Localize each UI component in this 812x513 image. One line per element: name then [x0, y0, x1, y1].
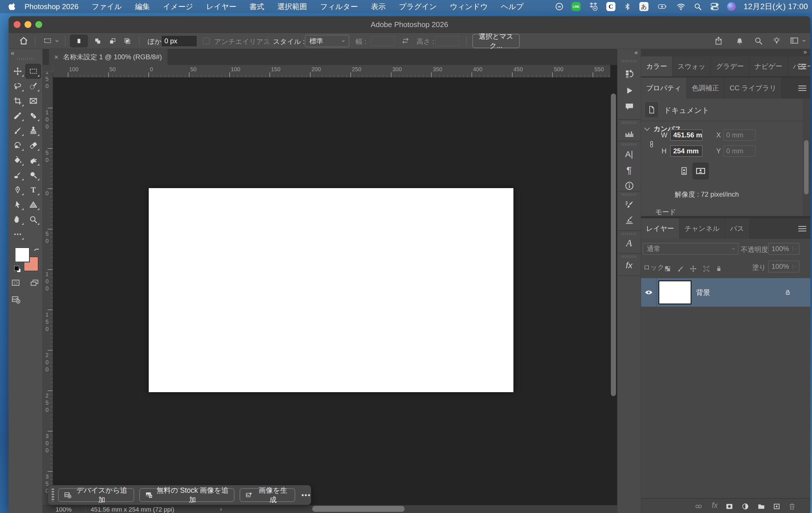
apple-menu-icon[interactable]: [8, 2, 17, 11]
swap-colors-icon[interactable]: [33, 247, 40, 254]
actions-play-icon[interactable]: [624, 86, 635, 96]
eraser-tool[interactable]: [25, 138, 41, 153]
smudge-tool[interactable]: [25, 153, 41, 168]
canvas-width-input[interactable]: 451.56 mm: [670, 130, 703, 141]
share-icon[interactable]: [714, 36, 723, 45]
new-layer-icon[interactable]: [773, 503, 781, 510]
search-icon[interactable]: [754, 36, 763, 45]
eyedropper-tool[interactable]: [10, 108, 25, 123]
tool-preset-chevron-icon[interactable]: [54, 38, 60, 44]
spot-healing-brush-tool[interactable]: [25, 108, 41, 123]
adjustment-layer-icon[interactable]: [741, 503, 749, 510]
tools-drag-handle[interactable]: [17, 58, 34, 60]
zoom-level-input[interactable]: 100%: [56, 506, 71, 513]
foreground-color-swatch[interactable]: [15, 247, 30, 262]
panel-tab[interactable]: グラデー: [711, 56, 749, 76]
panel-tab[interactable]: 色調補正: [687, 78, 725, 98]
status-chevron-icon[interactable]: ›: [220, 506, 222, 513]
canvas-section-chevron-icon[interactable]: [644, 125, 650, 131]
crop-tool[interactable]: [10, 93, 25, 108]
document-canvas[interactable]: [149, 188, 514, 392]
menu-clock[interactable]: 12月2日(火) 17:00: [744, 1, 808, 12]
quick-selection-tool[interactable]: [25, 79, 41, 93]
discover-icon[interactable]: [772, 36, 781, 45]
panel-menu-icon[interactable]: [798, 226, 806, 232]
lock-all-icon[interactable]: [715, 265, 723, 273]
menu-item[interactable]: イメージ: [163, 2, 193, 12]
menu-item[interactable]: ファイル: [91, 2, 122, 12]
link-layers-icon[interactable]: [695, 503, 703, 510]
menu-item[interactable]: 編集: [135, 2, 150, 12]
window-title-bar[interactable]: Adobe Photoshop 2026: [8, 16, 810, 33]
panel-tab[interactable]: ナビゲー: [749, 56, 788, 76]
paint-bucket-tool[interactable]: [10, 153, 25, 168]
brush-settings-icon[interactable]: [624, 200, 635, 210]
add-image-icon[interactable]: [11, 295, 21, 304]
canvas-height-input[interactable]: 254 mm: [670, 145, 703, 157]
panel-tab[interactable]: スウォッ: [672, 56, 711, 76]
screen-mode-icon[interactable]: [30, 278, 39, 287]
histogram-icon[interactable]: [624, 128, 635, 138]
dropbox-icon[interactable]: [589, 2, 598, 11]
panel-tab[interactable]: CC ライブラリ: [725, 78, 782, 98]
bluetooth-icon[interactable]: [624, 3, 631, 10]
collapse-tools-icon[interactable]: «: [11, 50, 14, 57]
workspace-icon[interactable]: [790, 36, 799, 45]
document-tab[interactable]: × 名称未設定 1 @ 100% (RGB/8#): [49, 49, 168, 65]
task-bar-drag-handle[interactable]: [52, 488, 54, 502]
lock-transparency-icon[interactable]: [664, 265, 671, 273]
japanese-input-icon[interactable]: あ: [639, 2, 648, 11]
add-layer-mask-icon[interactable]: [725, 503, 733, 510]
無料の Stock 画像を追加[interactable]: 無料の Stock 画像を追加: [139, 488, 235, 502]
canvas-area[interactable]: 10050050100150200250300350400450500550 1…: [43, 65, 617, 513]
document-info[interactable]: 451.56 mm x 254 mm (72 ppi): [91, 506, 174, 513]
clone-stamp-tool[interactable]: [25, 123, 41, 138]
home-icon[interactable]: [19, 36, 28, 46]
height-input[interactable]: [435, 36, 459, 46]
intersect-selection-button[interactable]: [118, 35, 136, 47]
menu-item[interactable]: レイヤー: [206, 2, 236, 12]
feather-input[interactable]: [161, 35, 197, 47]
swap-width-height-icon[interactable]: [401, 36, 410, 45]
wifi-icon[interactable]: [676, 2, 686, 11]
dodge-tool[interactable]: [25, 168, 41, 182]
menu-item[interactable]: プラグイン: [399, 2, 437, 12]
layer-thumbnail[interactable]: [659, 280, 692, 304]
vertical-scrollbar[interactable]: [611, 93, 616, 396]
lasso-tool[interactable]: [10, 79, 25, 93]
battery-icon[interactable]: [657, 2, 668, 11]
delete-layer-icon[interactable]: [788, 503, 796, 510]
lock-pixels-icon[interactable]: [677, 265, 684, 273]
pen-tool[interactable]: [10, 182, 25, 197]
panel-tab[interactable]: カラー: [641, 56, 672, 76]
menu-item[interactable]: ヘルプ: [501, 2, 524, 12]
style-select[interactable]: 標準: [305, 35, 349, 47]
chevron-down-icon[interactable]: [801, 38, 807, 44]
rectangular-marquee-tool[interactable]: [25, 64, 41, 79]
link-dimensions-icon[interactable]: [648, 136, 655, 153]
brush-tool[interactable]: [10, 123, 25, 138]
layer-row[interactable]: 背景: [641, 278, 810, 307]
history-brush-tool[interactable]: [10, 138, 25, 153]
task-bar-more-button[interactable]: •••: [301, 491, 311, 500]
styles-icon[interactable]: fx: [617, 260, 641, 270]
edit-toolbar[interactable]: [10, 227, 25, 242]
close-tab-icon[interactable]: ×: [54, 53, 58, 62]
comments-icon[interactable]: [624, 102, 635, 112]
landscape-orientation-button[interactable]: [692, 163, 709, 179]
shape-tool[interactable]: [25, 197, 41, 212]
opacity-select[interactable]: 100%: [768, 243, 800, 255]
panel-tab[interactable]: レイヤー: [641, 218, 679, 239]
collapse-dock-icon[interactable]: «: [635, 49, 637, 56]
zoom-tool[interactable]: [25, 212, 41, 227]
default-colors-icon[interactable]: [14, 266, 19, 271]
mixer-brush-tool[interactable]: [10, 168, 25, 182]
menu-item[interactable]: ウィンドウ: [450, 2, 488, 12]
lock-artboard-icon[interactable]: [703, 265, 710, 273]
quick-mask-icon[interactable]: [11, 278, 21, 287]
expand-panels-icon[interactable]: »: [804, 49, 806, 56]
画像を生成[interactable]: 画像を生成: [240, 488, 295, 502]
path-selection-tool[interactable]: [10, 197, 25, 212]
horizontal-scrollbar[interactable]: [312, 506, 405, 512]
siri-icon[interactable]: [727, 2, 736, 11]
